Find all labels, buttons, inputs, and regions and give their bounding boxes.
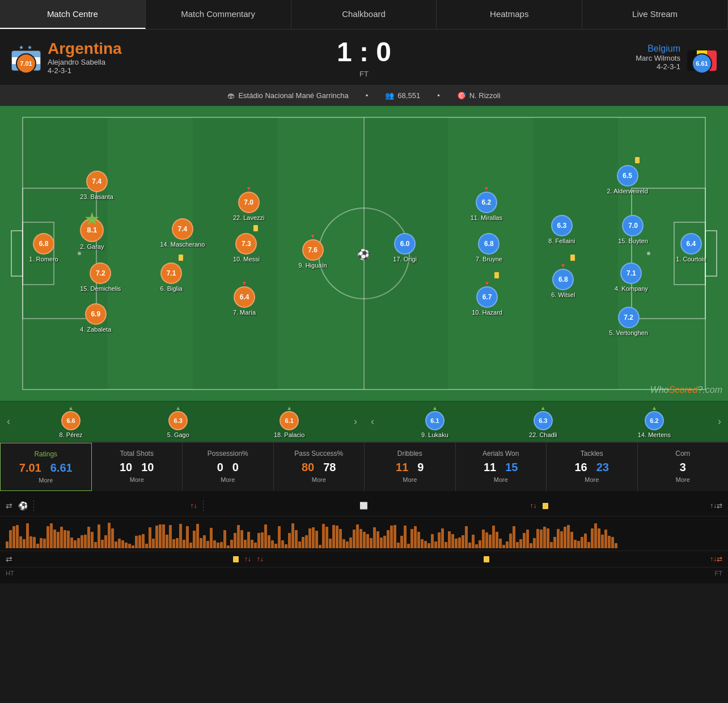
stat-tackles-more[interactable]: More (552, 476, 632, 483)
nav-match-commentary[interactable]: Match Commentary (146, 0, 291, 29)
mirallas-sub-arrow: ▼ (476, 185, 497, 192)
sub-chadli-name: 22. Chadli (529, 431, 557, 438)
player-messi[interactable]: 7.3 10. Messi (233, 233, 260, 262)
player-hazard[interactable]: ▼ 6.7 10. Hazard (472, 280, 502, 316)
sub-gago[interactable]: ▲ 6.3 5. Gago (167, 405, 189, 438)
lukaku-up-arrow: ▲ (432, 405, 438, 411)
referee-name: N. Rizzoli (469, 91, 501, 100)
player-buyten[interactable]: 7.0 15. Buyten (618, 215, 648, 244)
player-romero[interactable]: 6.8 1. Romero (29, 233, 58, 262)
subs-center-arrow-right[interactable]: › (347, 416, 364, 427)
player-bruyne-name: 7. Bruyne (476, 256, 502, 262)
player-mascherano-bubble: 7.4 (172, 218, 193, 240)
player-romero-name: 1. Romero (29, 256, 58, 262)
gago-up-arrow: ▲ (175, 405, 181, 411)
timeline-section: ⇄ ⚽ ↑↓ ⬜ ↑↓ ↑↓⇄ ⇄ ↑↓ ↑↓ ↑↓⇄ HT FT (0, 491, 728, 583)
stat-pass-more[interactable]: More (280, 476, 359, 483)
timeline-icon-subs-right: ↑↓ (530, 502, 537, 510)
nav-chalkboard[interactable]: Chalkboard (291, 0, 437, 29)
hazard-sub-arrow: ▼ (476, 280, 498, 286)
player-origi[interactable]: 6.0 17. Origi (393, 233, 417, 262)
sub-palacio[interactable]: ▲ 6.1 18. Palacio (274, 405, 304, 438)
palacio-up-arrow: ▲ (286, 405, 292, 411)
star-icon: ★ (84, 208, 100, 230)
player-lavezzi[interactable]: ▼ 7.0 22. Lavezzi (233, 185, 265, 221)
player-fellaini-name: 8. Fellaini (548, 238, 575, 244)
stat-tackles: Tackles 16 23 More (547, 443, 638, 491)
away-team-info: Belgium Marc Wilmots 4-2-3-1 (636, 44, 680, 71)
sub-lukaku-name: 9. Lukaku (421, 431, 448, 438)
nav-live-stream[interactable]: Live Stream (582, 0, 728, 29)
player-basanta[interactable]: 7.4 23. Basanta (80, 171, 113, 200)
nav-match-centre[interactable]: Match Centre (0, 0, 146, 29)
player-mirallas[interactable]: ▼ 6.2 11. Mirallas (471, 185, 502, 221)
match-header: ★ ★ AFA 7.01 Argentina Alejandro Sabella… (0, 29, 728, 85)
stat-ratings: Ratings 7.01 6.61 More (0, 443, 92, 491)
stat-corners-values: 3 (644, 461, 723, 474)
pitch: ⚽ 6.8 1. Romero 7.4 23. Basanta ★ 8.1 (0, 106, 728, 401)
away-formation: 4-2-3-1 (636, 62, 680, 71)
sub-mertens[interactable]: ▲ 6.2 14. Mertens (638, 405, 671, 438)
stat-corners-more[interactable]: More (644, 476, 723, 483)
away-stars: ★ (687, 44, 717, 50)
svg-rect-7 (11, 231, 23, 276)
stat-aerials: Aerials Won 11 15 More (456, 443, 547, 491)
sub-mertens-name: 14. Mertens (638, 431, 671, 438)
player-alderweireld-name: 2. Alderweireld (607, 188, 648, 194)
player-kompany-bubble: 7.1 (620, 262, 642, 284)
messi-yellow-card (253, 225, 258, 231)
player-mascherano[interactable]: 7.4 14. Mascherano (160, 218, 205, 248)
player-messi-name: 10. Messi (233, 256, 260, 262)
player-higuain[interactable]: ▼ 7.6 9. Higuaín (298, 233, 327, 269)
player-alderweireld[interactable]: 6.5 2. Alderweireld (607, 165, 648, 194)
score-display: 1 : 0 FT (337, 36, 391, 78)
stat-ratings-more[interactable]: More (6, 477, 86, 484)
stat-aerials-away: 15 (505, 461, 518, 474)
stat-dribbles: Dribbles 11 9 More (365, 443, 456, 491)
player-lavezzi-bubble: 7.0 (238, 192, 260, 213)
navigation: Match Centre Match Commentary Chalkboard… (0, 0, 728, 29)
player-alderweireld-bubble: 6.5 (617, 165, 638, 187)
player-demichelis[interactable]: 7.2 15. Demichelis (80, 262, 121, 292)
stat-aerials-more[interactable]: More (462, 476, 541, 483)
bottom-yellow-card (233, 556, 239, 562)
stat-ratings-away: 6.61 (50, 461, 73, 475)
player-garay[interactable]: ★ 8.1 2. Garay (80, 218, 104, 250)
nav-heatmaps[interactable]: Heatmaps (437, 0, 582, 29)
player-fellaini[interactable]: 6.3 8. Fellaini (548, 215, 575, 244)
player-zabaleta[interactable]: 6.9 4. Zabaleta (80, 303, 111, 333)
player-witsel-bubble: 6.8 (552, 269, 574, 290)
player-biglia[interactable]: 7.1 6. Biglia (160, 262, 182, 292)
home-rating-badge: 7.01 (16, 53, 36, 74)
stat-dribbles-more[interactable]: More (370, 476, 450, 483)
away-logo-wrapper: ★ 6.61 (687, 44, 717, 71)
separator-1: • (366, 91, 369, 100)
stat-possession-more[interactable]: More (188, 476, 268, 483)
player-origi-name: 17. Origi (393, 256, 417, 262)
stat-dribbles-title: Dribbles (370, 450, 450, 458)
stat-tackles-values: 16 23 (552, 461, 632, 474)
stat-shots-more[interactable]: More (98, 476, 177, 483)
stat-corners: Corn 3 More (638, 443, 729, 491)
player-zabaleta-bubble: 6.9 (85, 303, 107, 325)
player-vertonghen[interactable]: 7.2 5. Vertonghen (609, 307, 648, 336)
home-stars: ★ ★ (11, 44, 41, 50)
sub-lukaku[interactable]: ▲ 6.1 9. Lukaku (421, 405, 448, 438)
stat-total-shots: Total Shots 10 10 More (92, 443, 183, 491)
subs-center-arrow-left[interactable]: ‹ (364, 416, 381, 427)
player-zabaleta-name: 4. Zabaleta (80, 326, 111, 333)
sub-chadli[interactable]: ▲ 6.3 22. Chadli (529, 405, 557, 438)
player-maria[interactable]: ▼ 6.4 7. María (233, 280, 256, 316)
player-bruyne[interactable]: 6.8 7. Bruyne (476, 233, 502, 262)
player-courtois[interactable]: 6.4 1. Courtois (676, 233, 706, 262)
player-witsel[interactable]: ▼ 6.8 6. Witsel (551, 262, 575, 298)
player-kompany[interactable]: 7.1 4. Kompany (615, 262, 648, 292)
player-demichelis-bubble: 7.2 (90, 262, 111, 284)
ald-yellow-card (635, 157, 640, 163)
sub-perez-bubble: 6.6 (61, 411, 81, 430)
subs-right-arrow[interactable]: › (711, 416, 728, 427)
timeline-icon-ball: ⚽ (18, 501, 28, 510)
away-substitutes: ▲ 6.1 9. Lukaku ▲ 6.3 22. Chadli ▲ 6.2 1… (381, 405, 711, 438)
subs-left-arrow[interactable]: ‹ (0, 416, 17, 427)
sub-perez[interactable]: ▲ 6.6 8. Pérez (60, 405, 83, 438)
